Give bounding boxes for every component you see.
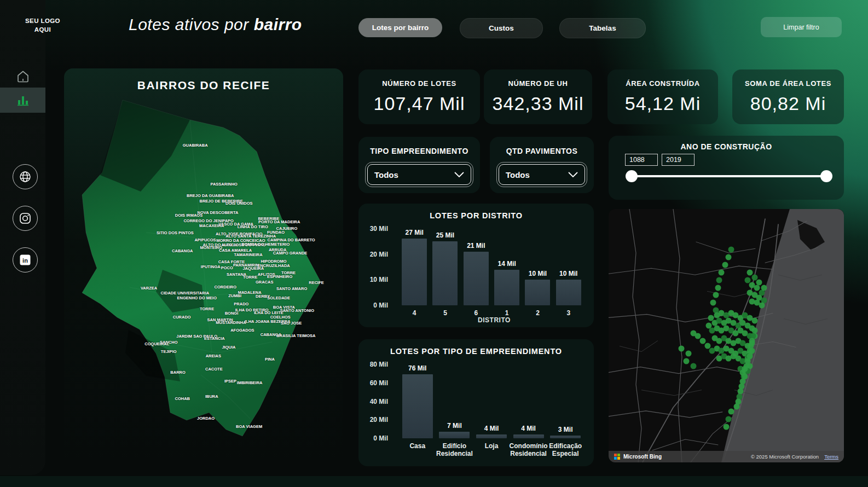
bar[interactable]	[513, 434, 544, 438]
bar-group: 10 Mil2	[525, 229, 550, 305]
tab-custos[interactable]: Custos	[460, 18, 543, 38]
property-dot	[709, 348, 715, 354]
bairro-label: ZUMBI	[228, 293, 241, 298]
property-dot	[713, 292, 719, 298]
filter-ano-de-construcao: ANO DE CONSTRUÇÃO 1088 2019	[609, 136, 844, 200]
bairro-label: CORDEIRO	[215, 285, 236, 289]
property-dot	[744, 277, 750, 283]
bar-value-label: 76 Mil	[408, 364, 426, 372]
y-axis: 80 Mil60 Mil40 Mil20 Mil0 Mil	[358, 364, 395, 438]
property-dot	[728, 409, 734, 415]
bairro-label: IPUTINGA	[201, 264, 221, 269]
kpi-label: NÚMERO DE UH	[508, 79, 568, 88]
bairro-label: POCO	[221, 265, 233, 270]
bairros-map-panel[interactable]: BAIRROS DO RECIFE GUABI	[64, 68, 343, 464]
kpi-label: ÁREA CONSTRUÍDA	[626, 79, 700, 88]
bar[interactable]	[550, 436, 581, 438]
bar[interactable]	[439, 432, 470, 438]
sidebar-item-dashboard[interactable]	[0, 88, 45, 113]
bar[interactable]	[402, 374, 433, 438]
year-min-input[interactable]: 1088	[625, 154, 658, 166]
bar-value-label: 27 Mil	[405, 229, 423, 236]
sidebar: in	[0, 0, 45, 475]
property-dot	[728, 247, 734, 253]
y-tick-label: 40 Mil	[370, 398, 388, 405]
y-tick-label: 10 Mil	[370, 276, 388, 283]
bairro-label: PRADO	[234, 302, 248, 306]
dropdown-value: Todos	[374, 170, 398, 179]
bar-group: 21 Mil6	[464, 229, 489, 305]
y-axis: 30 Mil20 Mil10 Mil0 Mil	[358, 229, 395, 305]
bar-value-label: 4 Mil	[521, 425, 536, 432]
bars-area: 27 Mil425 Mil521 Mil614 Mil110 Mil210 Mi…	[395, 229, 588, 305]
bar[interactable]	[432, 241, 458, 305]
tab-tabelas[interactable]: Tabelas	[559, 18, 646, 38]
property-dot	[761, 285, 767, 291]
clear-filter-button[interactable]: Limpar filtro	[761, 17, 842, 37]
terms-link[interactable]: Terms	[824, 454, 838, 460]
bairro-label: COHAB	[175, 396, 190, 401]
globe-icon[interactable]	[13, 164, 38, 189]
home-icon[interactable]	[0, 68, 45, 85]
tipo-empreendimento-dropdown[interactable]: Todos	[367, 164, 471, 185]
page-title: Lotes ativos por bairro	[129, 15, 302, 34]
bar-group: 4 MilLoja	[476, 364, 507, 438]
bairro-label: LINHA DO TIRO	[238, 224, 268, 229]
bairro-label: PASSARINHO	[210, 182, 237, 187]
bar[interactable]	[476, 434, 507, 438]
bairro-label: CAMPO GRANDE	[273, 250, 308, 255]
bairro-label: PINA	[265, 356, 275, 361]
bairro-label: BARRO	[170, 370, 186, 375]
copyright-text: © 2025 Microsoft Corporation	[751, 454, 819, 460]
bar[interactable]	[525, 280, 550, 305]
bar[interactable]	[464, 252, 489, 305]
kpi-value: 342,33 Mil	[493, 93, 584, 114]
property-dot	[722, 262, 728, 268]
bar[interactable]	[494, 270, 519, 305]
property-dot	[716, 277, 722, 283]
bar[interactable]	[556, 280, 581, 305]
linkedin-icon[interactable]: in	[13, 247, 38, 273]
year-slider-track[interactable]	[632, 175, 826, 177]
year-slider-thumb-min[interactable]	[626, 170, 638, 182]
bar-value-label: 14 Mil	[497, 260, 516, 268]
bairro-label: IPSEP	[224, 379, 236, 384]
property-dot	[749, 348, 755, 354]
year-slider-thumb-max[interactable]	[820, 170, 832, 182]
kpi-value: 80,82 Mi	[750, 93, 826, 114]
bairro-label: VARZEA	[141, 286, 157, 291]
chart-lotes-por-tipo: LOTES POR TIPO DE EMPREENDIMENTO 80 Mil6…	[358, 339, 594, 466]
bairro-label: TORRE	[200, 306, 214, 311]
bar-group: 14 Mil1	[494, 229, 519, 305]
bairro-label: DOIS UNIDOS	[225, 200, 253, 205]
instagram-icon[interactable]	[13, 206, 38, 231]
chevron-down-icon	[568, 172, 578, 178]
bairro-label: GRACAS	[256, 279, 274, 284]
map-dots-layer	[609, 209, 844, 462]
svg-text:in: in	[22, 257, 28, 264]
map-attribution: Microsoft Bing © 2025 Microsoft Corporat…	[609, 451, 844, 462]
qtd-pavimentos-dropdown[interactable]: Todos	[499, 164, 585, 185]
logo: SEU LOGO AQUI	[8, 16, 78, 34]
property-dot	[679, 345, 685, 351]
bing-map-panel[interactable]: Microsoft Bing © 2025 Microsoft Corporat…	[609, 209, 844, 462]
property-dot	[759, 302, 765, 308]
bairro-label: BREJO DA GUABIRABA	[187, 193, 234, 198]
property-dot	[734, 404, 740, 410]
bairro-label: JIQUIA	[222, 344, 235, 349]
bairro-label: SOLEDADE	[267, 295, 290, 300]
bar[interactable]	[402, 239, 427, 305]
property-dot	[715, 285, 721, 291]
y-tick-label: 60 Mil	[370, 379, 388, 387]
bairro-labels-layer: GUABIRABAPASSARINHOBREJO DA GUABIRABABRE…	[64, 68, 343, 464]
year-max-input[interactable]: 2019	[662, 154, 695, 166]
filter-tipo-empreendimento: TIPO EMPREENDIMENTO Todos	[358, 137, 480, 193]
y-tick-label: 0 Mil	[373, 302, 388, 309]
kpi-label: NÚMERO DE LOTES	[382, 79, 456, 88]
property-dot	[747, 269, 753, 275]
tab-lotes-por-bairro[interactable]: Lotes por bairro	[358, 18, 442, 37]
bairro-label: ESPINHEIRO	[267, 274, 292, 279]
bairro-label: GUABIRABA	[183, 143, 208, 148]
bairro-label: BOA VIAGEM	[236, 424, 262, 429]
filter-qtd-pavimentos: QTD PAVIMENTOS Todos	[490, 137, 594, 193]
